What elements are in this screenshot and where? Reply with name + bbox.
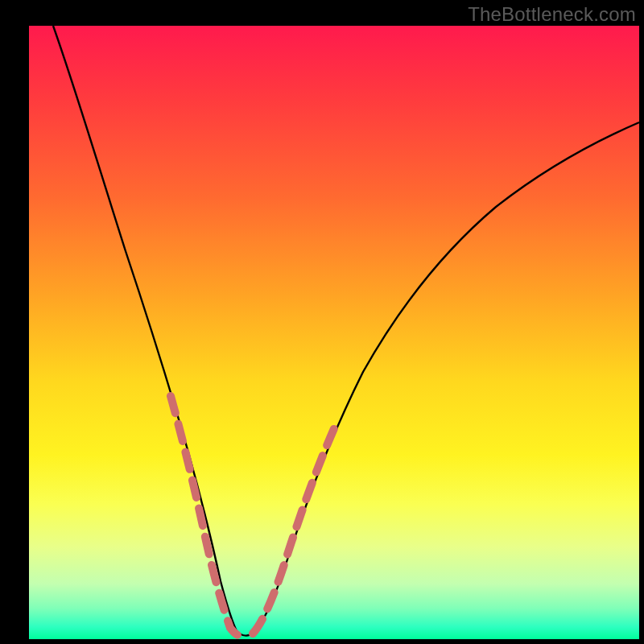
left-dash-segment bbox=[171, 396, 245, 637]
bottleneck-curve bbox=[29, 26, 639, 639]
curve-path bbox=[53, 26, 639, 635]
watermark-text: TheBottleneck.com bbox=[468, 3, 636, 26]
right-dash-segment bbox=[253, 427, 335, 634]
plot-area bbox=[29, 26, 639, 639]
chart-frame: TheBottleneck.com bbox=[0, 0, 644, 644]
